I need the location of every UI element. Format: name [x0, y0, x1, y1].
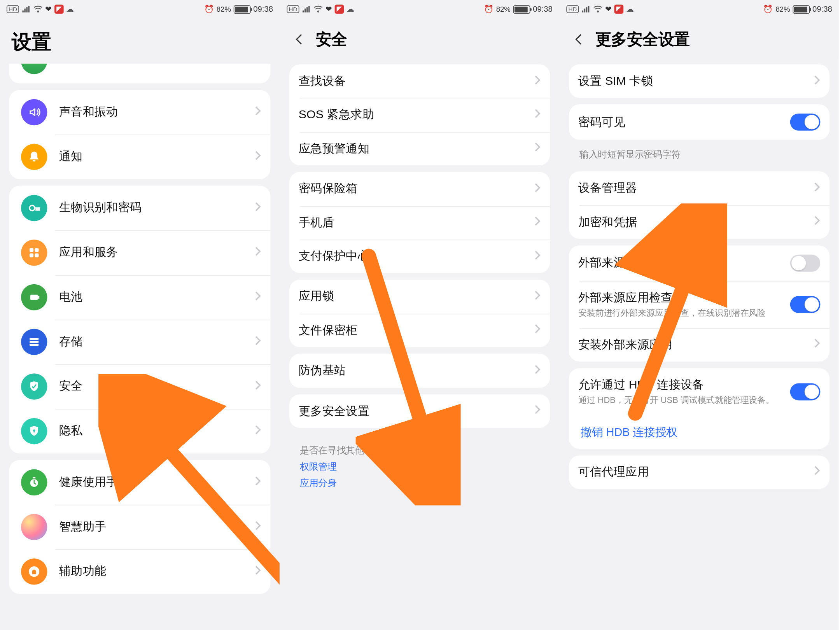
- row-sim-lock[interactable]: 设置 SIM 卡锁: [569, 64, 830, 98]
- signal-4g-icon: [302, 5, 311, 13]
- label: 防伪基站: [299, 363, 529, 378]
- chevron-right-icon: [534, 109, 541, 121]
- battery-icon: [234, 5, 251, 14]
- group-vault: 密码保险箱 手机盾 支付保护中心: [289, 172, 550, 273]
- wifi-icon: [33, 5, 43, 13]
- chevron-right-icon: [255, 106, 261, 118]
- label: 查找设备: [299, 74, 529, 89]
- row-emergency-alert[interactable]: 应急预警通知: [289, 132, 550, 166]
- row-phone-shield[interactable]: 手机盾: [289, 206, 550, 240]
- row-accessibility[interactable]: 辅助功能: [9, 549, 271, 594]
- accessibility-icon: [21, 558, 47, 585]
- toggle-ext-check[interactable]: [790, 296, 821, 313]
- chevron-right-icon: [534, 291, 541, 303]
- storage-icon: [21, 329, 47, 355]
- page-title: 更多安全设置: [595, 29, 690, 50]
- row-device-admin[interactable]: 设备管理器: [569, 172, 830, 205]
- toggle-hdb[interactable]: [790, 383, 821, 400]
- previous-group-sliver: [9, 64, 271, 84]
- back-button[interactable]: [292, 32, 306, 47]
- label: SOS 紧急求助: [299, 107, 529, 122]
- red-app-icon: [335, 5, 344, 14]
- description: 安装前进行外部来源应用检查，在线识别潜在风险: [578, 307, 785, 319]
- label: 通知: [59, 149, 249, 164]
- red-app-icon: [614, 5, 624, 14]
- description: 通过 HDB，无需打开 USB 调试模式就能管理设备。: [578, 394, 785, 406]
- row-more-security-settings[interactable]: 更多安全设置: [289, 394, 550, 428]
- row-app-lock[interactable]: 应用锁: [289, 280, 550, 313]
- hd-icon: HD: [287, 5, 299, 13]
- screen-more-security: HD ❤ ☁ ⏰ 82% 09:38 更多安全设置 设置 SIM 卡锁: [559, 0, 839, 630]
- row-biometrics-password[interactable]: 生物识别和密码: [9, 186, 271, 231]
- battery-setting-icon: [21, 284, 47, 311]
- page-title: 设置: [12, 29, 51, 56]
- chevron-right-icon: [255, 381, 261, 392]
- chevron-right-icon: [814, 216, 821, 228]
- battery-percent: 82%: [496, 5, 511, 13]
- row-privacy[interactable]: 隐私: [9, 409, 271, 453]
- wifi-icon: [593, 5, 603, 13]
- row-password-vault[interactable]: 密码保险箱: [289, 172, 550, 206]
- battery-percent: 82%: [776, 5, 790, 13]
- battery-icon: [793, 5, 810, 14]
- label: 声音和振动: [59, 105, 249, 120]
- label: 存储: [59, 334, 249, 349]
- row-smart-assistant[interactable]: 智慧助手: [9, 505, 271, 550]
- label: 允许通过 HDB 连接设备: [578, 378, 785, 393]
- toggle-ext-download[interactable]: [790, 255, 821, 272]
- chevron-right-icon: [255, 336, 261, 348]
- toggle-password-visible[interactable]: [790, 114, 821, 131]
- row-ext-check[interactable]: 外部来源应用检查安装前进行外部来源应用检查，在线识别潜在风险: [569, 281, 830, 328]
- label: 隐私: [59, 424, 249, 439]
- row-find-device[interactable]: 查找设备: [289, 64, 550, 98]
- row-payment-protect[interactable]: 支付保护中心: [289, 240, 550, 273]
- group-wellbeing: 健康使用手机 智慧助手 辅助功能: [9, 460, 271, 594]
- status-bar: HD ❤ ☁ ⏰ 82% 09:38: [280, 0, 559, 18]
- row-battery[interactable]: 电池: [9, 275, 271, 320]
- chevron-right-icon: [814, 339, 821, 350]
- screen-security: HD ❤ ☁ ⏰ 82% 09:38 安全 查找设备 SOS 紧急求助 应: [280, 0, 559, 630]
- label: 安全: [59, 379, 249, 394]
- chevron-right-icon: [534, 75, 541, 87]
- row-ext-download[interactable]: 外部来源应用下载: [569, 245, 830, 281]
- label: 电池: [59, 290, 249, 305]
- label: 更多安全设置: [299, 403, 529, 418]
- group-applock: 应用锁 文件保密柜: [289, 280, 550, 347]
- group-system: 生物识别和密码 应用和服务 电池 存储: [9, 186, 271, 454]
- row-hdb-allow[interactable]: 允许通过 HDB 连接设备通过 HDB，无需打开 USB 调试模式就能管理设备。: [569, 368, 830, 415]
- row-digital-wellbeing[interactable]: 健康使用手机: [9, 460, 271, 505]
- label: 手机盾: [299, 215, 529, 230]
- sound-icon: [21, 99, 47, 126]
- label: 文件保密柜: [299, 323, 529, 338]
- heart-icon: ❤: [605, 5, 612, 14]
- label: 应用和服务: [59, 245, 249, 260]
- row-install-external[interactable]: 安装外部来源应用: [569, 328, 830, 362]
- row-storage[interactable]: 存储: [9, 320, 271, 364]
- status-bar: HD ❤ ☁ ⏰ 82% 09:38: [560, 0, 838, 18]
- row-fake-base-station[interactable]: 防伪基站: [289, 354, 550, 388]
- row-encrypt-credentials[interactable]: 加密和凭据: [569, 205, 830, 239]
- link-revoke-hdb[interactable]: 撤销 HDB 连接授权: [569, 415, 830, 449]
- row-sos[interactable]: SOS 紧急求助: [289, 98, 550, 132]
- link-app-twin[interactable]: 应用分身: [300, 475, 539, 492]
- signal-4g-icon: [581, 5, 591, 13]
- row-notifications[interactable]: 通知: [9, 135, 271, 179]
- row-sound-vibration[interactable]: 声音和振动: [9, 90, 271, 135]
- row-password-visible[interactable]: 密码可见: [569, 105, 830, 140]
- back-button[interactable]: [572, 32, 586, 47]
- status-bar: HD ❤ ☁ ⏰ 82% 09:38: [0, 0, 280, 18]
- chevron-right-icon: [534, 324, 541, 336]
- row-file-safe[interactable]: 文件保密柜: [289, 313, 550, 347]
- clock: 09:38: [533, 5, 553, 14]
- row-apps-services[interactable]: 应用和服务: [9, 230, 271, 275]
- chevron-right-icon: [255, 291, 261, 303]
- row-security[interactable]: 安全: [9, 364, 271, 409]
- chevron-right-icon: [814, 75, 821, 87]
- link-permission-mgmt[interactable]: 权限管理: [300, 459, 539, 476]
- battery-icon: [513, 5, 530, 14]
- row-trusted-agents[interactable]: 可信代理应用: [569, 455, 830, 489]
- chevron-right-icon: [255, 476, 261, 488]
- titlebar: 更多安全设置: [560, 18, 838, 58]
- label: 密码保险箱: [299, 181, 529, 196]
- chevron-right-icon: [534, 405, 541, 417]
